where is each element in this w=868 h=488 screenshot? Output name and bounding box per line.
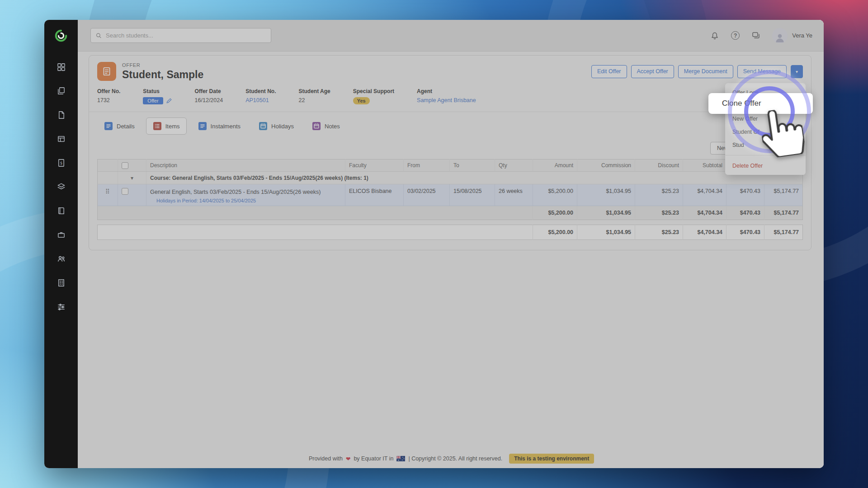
offer-tabs: Details Items Instalments Holidays Notes [89,112,811,135]
accept-offer-button[interactable]: Accept Offer [631,65,674,78]
offer-card: OFFER Student, Sample Edit Offer Accept … [89,55,811,250]
items-table: Description Faculty From To Qty Amount C… [97,159,803,220]
copy-icon[interactable] [57,86,66,98]
australia-flag-icon [396,456,405,461]
edit-status-icon[interactable] [166,98,172,104]
users-icon[interactable] [57,254,66,265]
student-no-link[interactable]: AP10501 [245,97,269,103]
menu-item-student[interactable]: Stud [725,138,806,151]
testing-environment-badge: This is a testing environment [509,454,594,464]
discount-column-header: Discount [635,160,683,172]
search-box [90,28,271,43]
edit-offer-button[interactable]: Edit Offer [591,65,627,78]
menu-divider [725,155,806,155]
details-tab-icon [104,122,113,131]
group-row-label: Course: General English, Starts 03/Feb/2… [146,172,803,184]
menu-item-delete-offer[interactable]: Delete Offer [725,159,806,172]
table-icon[interactable] [57,134,66,145]
cell-to: 15/08/2025 [450,184,495,206]
field-student-no: Student No. AP10501 [245,88,276,104]
menu-item-student-offer[interactable]: Student Of [725,125,806,138]
item-description: General English, Starts 03/Feb/2025 - En… [150,188,341,196]
tab-items[interactable]: Items [146,117,187,135]
notes-tab-icon [312,122,321,131]
main-area: ? Vera Ye OFFER Stu [78,20,824,468]
clone-offer-highlight[interactable]: Clone Offer [708,93,813,114]
more-actions-dropdown-button[interactable]: ▾ [791,65,803,78]
course-group-row[interactable]: ▾ Course: General English, Starts 03/Feb… [98,172,803,184]
grand-total-row: $5,200.00 $1,034.95 $25.23 $4,704.34 $47… [98,225,803,240]
instalments-tab-icon [198,122,207,131]
briefcase-icon[interactable] [57,230,66,241]
collapse-caret-icon[interactable]: ▾ [131,175,133,181]
cell-discount: $25.23 [635,184,683,206]
grand-total-table: $5,200.00 $1,034.95 $25.23 $4,704.34 $47… [97,225,803,240]
field-offer-no: Offer No. 1732 [97,88,120,104]
special-support-badge: Yes [353,97,370,104]
items-section: New Description Faculty [89,135,811,240]
grid-icon[interactable] [57,62,66,74]
group-summary-row: $5,200.00 $1,034.95 $25.23 $4,704.34 $47… [98,206,803,220]
grand-total-total: $5,174.77 [764,225,803,240]
help-icon[interactable]: ? [731,31,740,40]
table-row[interactable]: ⠿ General English, Starts 03/Feb/2025 - … [98,184,803,206]
building-icon[interactable] [57,278,66,289]
grand-total-subtotal: $4,704.34 [683,225,726,240]
cell-commission: $1,034.95 [577,184,635,206]
table-header-row: Description Faculty From To Qty Amount C… [98,160,803,172]
cell-amount: $5,200.00 [533,184,577,206]
qty-column-header: Qty [495,160,533,172]
send-message-button[interactable]: Send Message [737,65,787,78]
status-badge: Offer [143,97,163,104]
grand-total-commission: $1,034.95 [577,225,635,240]
grand-total-tax: $470.43 [726,225,764,240]
messages-icon[interactable] [751,31,760,40]
handle-column-header [98,160,118,172]
sidebar-nav: $ [57,62,66,313]
sliders-icon[interactable] [57,302,66,313]
holidays-note: Holidays in Period: 14/04/2025 to 25/04/… [150,198,341,203]
notifications-bell-icon[interactable] [710,31,719,40]
cell-qty: 26 weeks [495,184,533,206]
summary-discount: $25.23 [635,206,683,220]
menu-item-new-offer[interactable]: New Offer [725,112,806,125]
app-footer: Provided with ❤ by Equator IT in | Copyr… [78,454,824,464]
user-name: Vera Ye [792,32,812,39]
offer-actions: Edit Offer Accept Offer Merge Document S… [591,65,803,78]
stack-icon[interactable] [57,182,66,193]
subtotal-column-header: Subtotal [683,160,726,172]
invoice-icon[interactable]: $ [57,158,66,169]
tab-notes[interactable]: Notes [305,117,347,135]
search-input[interactable] [106,32,266,39]
svg-text:$: $ [60,161,62,165]
chevron-down-icon: ▾ [796,69,798,74]
summary-total: $5,174.77 [764,206,803,220]
row-checkbox[interactable] [122,188,128,195]
from-column-header: From [404,160,450,172]
book-icon[interactable] [57,206,66,217]
summary-amount: $5,200.00 [533,206,577,220]
heart-icon: ❤ [346,455,350,462]
drag-handle-icon[interactable]: ⠿ [105,188,110,195]
file-icon[interactable] [57,110,66,122]
tab-holidays[interactable]: Holidays [252,117,301,135]
sidebar: $ [44,20,78,468]
page-title: Student, Sample [122,69,203,81]
footer-copyright-text: | Copyright © 2025. All right reserved. [408,455,502,462]
field-special-support: Special Support Yes [353,88,394,104]
user-chip[interactable]: Vera Ye [772,28,812,43]
topbar-actions: ? Vera Ye [710,28,812,43]
select-all-checkbox[interactable] [122,162,128,169]
tab-details[interactable]: Details [97,117,142,135]
tab-instalments[interactable]: Instalments [191,117,247,135]
merge-document-button[interactable]: Merge Document [678,65,733,78]
cell-faculty: ELICOS Bisbane [345,184,404,206]
field-agent: Agent Sample Agent Brisbane [417,88,476,104]
field-offer-date: Offer Date 16/12/2024 [195,88,223,104]
holidays-tab-icon [259,122,268,131]
app-logo[interactable] [44,20,78,52]
description-column-header: Description [146,160,345,172]
field-status: Status Offer [143,88,172,104]
agent-link[interactable]: Sample Agent Brisbane [417,97,476,103]
grand-total-amount: $5,200.00 [533,225,577,240]
